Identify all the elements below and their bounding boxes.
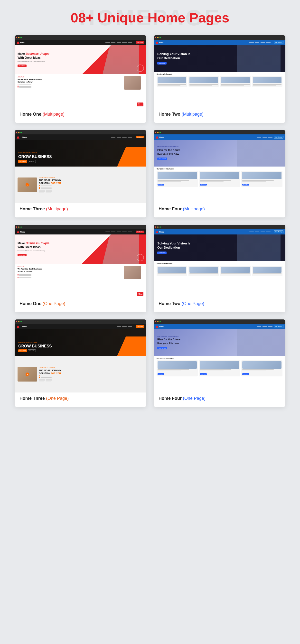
h2-service-desc-3 (221, 85, 244, 86)
home-card-label-2: Home Two (Multipage) (154, 108, 286, 118)
logo-icon-1 (16, 41, 20, 44)
h2-service-name-2 (190, 84, 218, 85)
home-card-1[interactable]: Finbiz Get Started (14, 35, 146, 123)
h4-ins-item-2: Read More (199, 171, 240, 187)
browser-bar-6 (154, 225, 286, 229)
h3-hero-btns-1: Get Started About Us (18, 160, 52, 163)
h3-hero-content-op: MAKE YOUR STRATEGIC BRAND GROW BUSINESS … (14, 339, 56, 356)
browser-bar-4 (154, 130, 286, 134)
h4-nav-links-1 (257, 137, 272, 138)
h2-service-op-2 (188, 266, 219, 276)
home-card-5[interactable]: Finbiz Get Started (14, 225, 146, 312)
h4-navbar-op: Finbiz Get Meeting (154, 324, 286, 329)
h3-sol-tag-1: FAST BUSINESS SOLUTION (39, 177, 144, 178)
h2-nav-link-4 (266, 42, 270, 43)
h1-about-dot-2 (18, 86, 122, 87)
h2-logo-icon-1 (156, 41, 158, 44)
browser-bar-7 (14, 320, 146, 324)
home-type-2: (Multipage) (182, 112, 204, 117)
home-card-7[interactable]: Finbiz Get Started (14, 320, 146, 407)
h2-service-name-op-1 (158, 274, 186, 274)
h4-ins-desc-3 (242, 181, 266, 182)
h4-nav-link-op-3 (268, 326, 272, 327)
h4-ins-btn-op-1: Read More (158, 373, 164, 375)
home-two-content-1: Finbiz Get Meeting (154, 40, 286, 108)
h4-logo-text-1: Finbiz (159, 136, 164, 138)
h4-ins-name-op-1 (158, 369, 189, 370)
h2-service-desc-4 (253, 85, 276, 86)
h3-sol-dots-1 (39, 185, 144, 189)
h3-logo-text-1: Finbiz (22, 136, 27, 138)
h1-dot-op-2 (18, 275, 122, 276)
dot-yellow-6 (157, 226, 158, 228)
h4-insurance-1: Our Latest Insurance Read More (154, 166, 286, 203)
h2-service-desc-op-3 (221, 275, 244, 275)
browser-bar-1 (14, 35, 146, 40)
h2-service-img-2 (190, 77, 218, 83)
h4-ins-item-op-1: Read More (156, 360, 198, 376)
h2-nav-link-2 (255, 42, 259, 43)
h2-nav-cta-op: Get Meeting (274, 230, 284, 233)
h4-insurance-op: Our Latest Insurance Read More (154, 356, 286, 392)
h1-logo-text-op: Finbiz (20, 231, 25, 233)
h1-about-left-op: ABOUT US We Provide Best BusinessSolutio… (18, 266, 122, 296)
home-two-onepage-preview: Finbiz Get Meeting (154, 225, 286, 298)
h4-ins-item-3: Read More (241, 171, 282, 187)
h2-service-desc-2 (190, 85, 212, 86)
h2-service-item-1 (156, 76, 187, 87)
h4-ins-name-op-2 (200, 369, 231, 370)
dot-red-8 (155, 321, 156, 322)
h3-hero-title-1: GROW BUSINESS (18, 154, 52, 159)
h4-hero-title-op: Plan for the futurelive your life now (157, 338, 180, 345)
h1-navbar-op: Finbiz Get Started (14, 229, 146, 234)
h3-stats-1 (39, 190, 144, 193)
h3-sol-dot-2 (39, 187, 144, 188)
home-type-1: (Multipage) (42, 112, 64, 117)
home-type-3: (Multipage) (46, 206, 68, 211)
h2-service-img-op-2 (190, 266, 218, 273)
title-text: Unique Home Pages (94, 10, 230, 25)
h2-service-img-op-3 (221, 266, 250, 273)
h4-hero-people-op (237, 329, 286, 356)
h1-nav-link-op-2 (111, 232, 116, 232)
h1-logo-op: Finbiz (16, 230, 25, 233)
home-card-8[interactable]: Finbiz Get Meeting START BOOKING (154, 320, 286, 407)
h2-service-img-4 (253, 77, 282, 83)
h2-logo-text-1: Finbiz (159, 42, 164, 43)
h2-services-grid-1 (156, 76, 282, 87)
home-card-2[interactable]: Finbiz Get Meeting (154, 35, 286, 123)
home-type-4: (Multipage) (183, 206, 205, 211)
dot-yellow-5 (18, 226, 20, 228)
home-card-label-8: Home Four (One Page) (154, 392, 286, 402)
h3-logo-icon-op (16, 325, 20, 328)
nav-link-4 (122, 42, 126, 43)
h4-ins-desc-2 (200, 181, 224, 182)
h2-service-name-4 (253, 84, 282, 85)
h4-ins-btn-op-2: Read More (200, 373, 207, 375)
h3-nav-cta-btn-1: Get Started (136, 136, 144, 138)
h1-about-tag-op: ABOUT US (18, 266, 122, 267)
logo-text-1: Finbiz (20, 42, 25, 43)
h2-logo-icon-op (156, 230, 158, 233)
home-four-onepage-preview: Finbiz Get Meeting START BOOKING (154, 320, 286, 392)
home-two-op-content: Finbiz Get Meeting (154, 229, 286, 298)
h2-service-img-3 (221, 77, 250, 83)
h2-nav-cta-btn-1: Get Meeting (274, 41, 284, 44)
h4-nav-link-op-2 (262, 326, 267, 327)
h2-nav-link-op-2 (255, 232, 259, 232)
h3-sol-title-op: THE MOST LEADINGSOLUTION FOR YOU (39, 369, 144, 375)
home-card-3[interactable]: Finbiz Get Started (14, 130, 146, 218)
h4-ins-item-op-3: Read More (241, 360, 282, 376)
h2-services-op: Service We Provide (154, 261, 286, 298)
h2-service-desc-op-4 (253, 275, 276, 275)
h2-nav-links-1 (249, 42, 270, 43)
h1-nav-links-op (106, 232, 132, 232)
h4-hero-btn-op: Free Consult (157, 347, 167, 350)
home-card-6[interactable]: Finbiz Get Meeting (154, 225, 286, 312)
h4-ins-name-2 (200, 180, 231, 181)
h1-dot-op-3 (18, 277, 122, 278)
h3-hero-title-op: GROW BUSINESS (18, 344, 52, 348)
h2-service-img-op-4 (253, 266, 282, 273)
h3-sol-dot-op-1 (39, 376, 144, 376)
home-card-4[interactable]: Finbiz Get Meeting START BOOKING (154, 130, 286, 218)
